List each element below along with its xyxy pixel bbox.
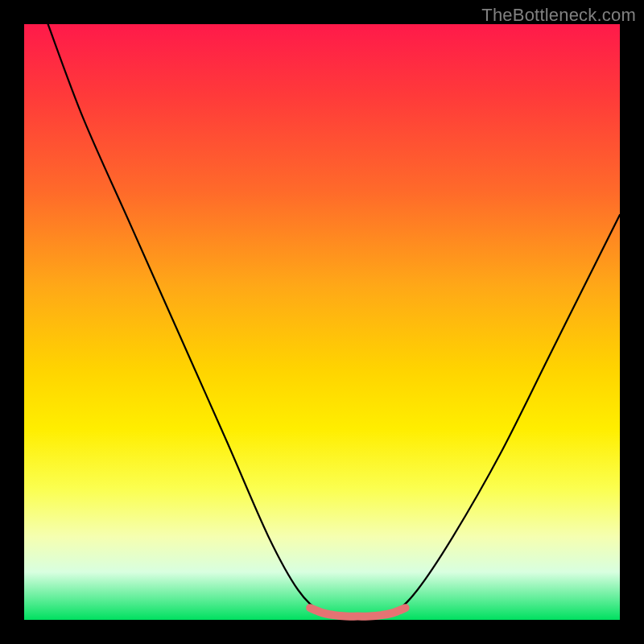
curve-layer: [24, 24, 620, 620]
highlight-band: [310, 608, 405, 616]
plot-area: [24, 24, 620, 620]
bottleneck-curve: [48, 24, 620, 617]
chart-canvas: TheBottleneck.com: [0, 0, 644, 644]
watermark-text: TheBottleneck.com: [481, 5, 636, 26]
